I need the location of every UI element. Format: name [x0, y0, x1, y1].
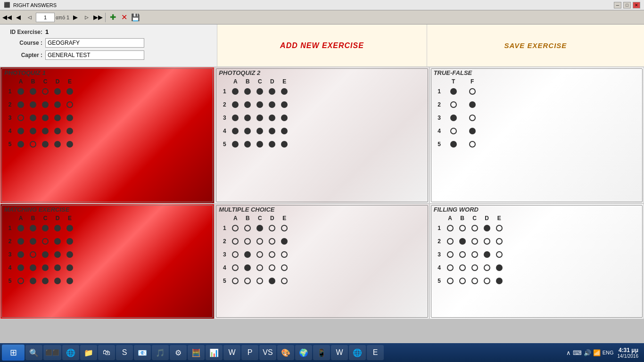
mc-r2-d[interactable] [269, 238, 275, 245]
fw-r3-e[interactable] [496, 251, 503, 258]
skype-icon[interactable]: S [116, 345, 133, 360]
pq2-r1-e[interactable] [281, 88, 288, 95]
fw-r1-c[interactable] [471, 225, 478, 231]
me-r1-b[interactable] [30, 225, 36, 231]
app3-icon[interactable]: VS [259, 345, 276, 360]
mc-r5-b[interactable] [244, 278, 251, 284]
mc-r1-c[interactable] [256, 225, 263, 231]
fw-r3-c[interactable] [471, 251, 478, 258]
close-button[interactable]: ✕ [633, 2, 640, 8]
nav-first-button[interactable]: ◀◀ [2, 12, 12, 23]
pq1-r1-c[interactable] [42, 88, 49, 95]
fw-r5-a[interactable] [447, 278, 454, 284]
maximize-button[interactable]: □ [623, 2, 631, 8]
me-r2-a[interactable] [17, 238, 24, 245]
me-r5-d[interactable] [54, 278, 61, 284]
fw-r1-b[interactable] [459, 225, 466, 231]
store-icon[interactable]: 🛍 [98, 345, 115, 360]
fw-r3-a[interactable] [447, 251, 454, 258]
start-button[interactable]: ⊞ [2, 345, 25, 361]
media-icon[interactable]: 📊 [206, 345, 223, 360]
fw-r4-e[interactable] [496, 264, 503, 271]
spotify-icon[interactable]: 🎵 [152, 345, 169, 360]
pq2-r3-a[interactable] [232, 115, 239, 121]
me-r3-e[interactable] [66, 251, 73, 258]
mc-r1-d[interactable] [269, 225, 275, 231]
mail-icon[interactable]: 📧 [134, 345, 151, 360]
fw-r5-b[interactable] [459, 278, 466, 284]
pq2-r1-c[interactable] [256, 88, 263, 95]
clock[interactable]: 4:31 μμ 14/1/2016 [618, 347, 639, 359]
pq2-r1-b[interactable] [244, 88, 251, 95]
app9-icon[interactable]: E [367, 345, 384, 360]
tf-r5-t[interactable] [450, 141, 457, 148]
mc-r1-e[interactable] [281, 225, 288, 231]
fw-r2-d[interactable] [484, 238, 490, 245]
pq1-r5-c[interactable] [42, 141, 49, 148]
me-r4-e[interactable] [66, 264, 73, 271]
task-view-button[interactable]: ⬛⬛ [43, 345, 61, 360]
pq1-r5-b[interactable] [30, 141, 36, 148]
mc-r4-a[interactable] [232, 264, 239, 271]
app5-icon[interactable]: 🌍 [295, 345, 312, 360]
me-r5-b[interactable] [30, 278, 36, 284]
me-r4-d[interactable] [54, 264, 61, 271]
fw-r1-e[interactable] [496, 225, 503, 231]
app4-icon[interactable]: 🎨 [277, 345, 294, 360]
pq1-r1-b[interactable] [30, 88, 36, 95]
fw-r2-a[interactable] [447, 238, 454, 245]
me-r2-b[interactable] [30, 238, 36, 245]
save-exercise-button[interactable]: SAVE EXERCISE [427, 25, 644, 66]
course-input[interactable] [45, 38, 144, 48]
fw-r2-e[interactable] [496, 238, 503, 245]
pq1-r1-e[interactable] [66, 88, 73, 95]
me-r1-a[interactable] [17, 225, 24, 231]
tf-r4-f[interactable] [469, 128, 476, 134]
tray-volume-icon[interactable]: 🔊 [584, 349, 591, 356]
mc-r5-d[interactable] [269, 278, 275, 284]
search-taskbar-button[interactable]: 🔍 [25, 345, 42, 360]
mc-r2-e[interactable] [281, 238, 288, 245]
add-exercise-button[interactable]: ADD NEW EXERCISE [217, 25, 427, 66]
pq1-r2-a[interactable] [17, 101, 24, 108]
pq2-r2-b[interactable] [244, 101, 251, 108]
pq1-r3-e[interactable] [66, 115, 73, 121]
add-button[interactable]: ✚ [107, 12, 118, 23]
mc-r1-b[interactable] [244, 225, 251, 231]
fw-r4-c[interactable] [471, 264, 478, 271]
pq1-r3-d[interactable] [54, 115, 61, 121]
pq1-r2-b[interactable] [30, 101, 36, 108]
save-button[interactable]: 💾 [130, 12, 140, 23]
pq2-r5-c[interactable] [256, 141, 263, 148]
page-input[interactable] [36, 13, 55, 22]
explorer-icon[interactable]: 📁 [80, 345, 97, 360]
pq1-r4-a[interactable] [17, 128, 24, 134]
pq2-r5-e[interactable] [281, 141, 288, 148]
pq1-r2-e[interactable] [66, 101, 73, 108]
pq1-r4-d[interactable] [54, 128, 61, 134]
nav-last-button[interactable]: ▶▶ [93, 12, 103, 23]
mc-r2-c[interactable] [256, 238, 263, 245]
app7-icon[interactable]: W [331, 345, 348, 360]
app6-icon[interactable]: 📱 [313, 345, 330, 360]
pq1-r1-a[interactable] [17, 88, 24, 95]
tf-r1-t[interactable] [450, 88, 457, 95]
capter-input[interactable] [45, 50, 144, 60]
pq1-r4-b[interactable] [30, 128, 36, 134]
mc-r4-d[interactable] [269, 264, 275, 271]
mc-r3-e[interactable] [281, 251, 288, 258]
me-r1-e[interactable] [66, 225, 73, 231]
mc-r2-b[interactable] [244, 238, 251, 245]
nav-prev2-button[interactable]: ◁ [25, 12, 35, 23]
pq2-r5-b[interactable] [244, 141, 251, 148]
pq1-r1-d[interactable] [54, 88, 61, 95]
app8-icon[interactable]: 🌐 [349, 345, 366, 360]
mc-r2-a[interactable] [232, 238, 239, 245]
me-r3-a[interactable] [17, 251, 24, 258]
pq2-r1-d[interactable] [269, 88, 275, 95]
tf-r5-f[interactable] [469, 141, 476, 148]
edge-icon[interactable]: 🌐 [62, 345, 79, 360]
pq2-r5-a[interactable] [232, 141, 239, 148]
mc-r4-b[interactable] [244, 264, 251, 271]
tf-r2-t[interactable] [450, 101, 457, 108]
